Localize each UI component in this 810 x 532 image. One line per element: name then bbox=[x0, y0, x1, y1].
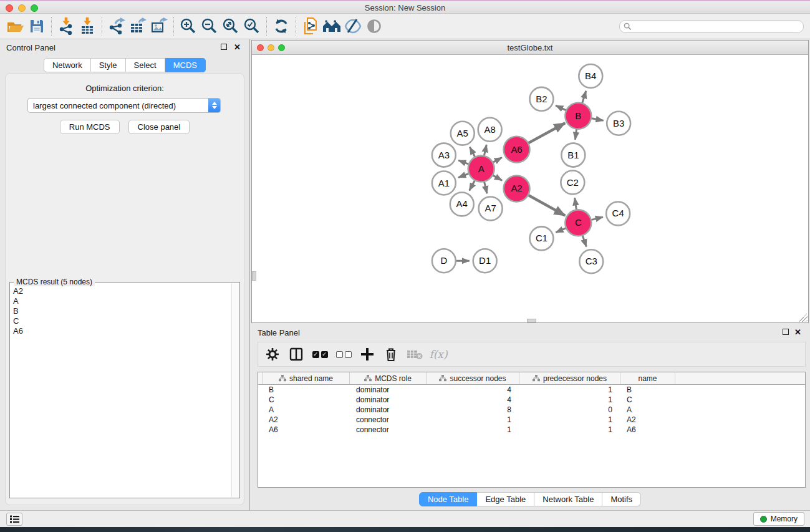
cell-predecessor-nodes[interactable]: 1 bbox=[519, 425, 620, 434]
eye-toggle-icon[interactable] bbox=[364, 16, 385, 36]
export-network-icon[interactable] bbox=[106, 16, 127, 36]
table-row[interactable]: Cdominator41C bbox=[258, 395, 805, 405]
table-row[interactable]: A2connector11A2 bbox=[258, 415, 805, 425]
tab-node-table[interactable]: Node Table bbox=[419, 492, 478, 506]
cell-name[interactable]: C bbox=[620, 395, 675, 404]
graph-node-C2[interactable]: C2 bbox=[561, 171, 584, 195]
column-header-successor-nodes[interactable]: successor nodes bbox=[427, 372, 519, 384]
cell-shared-name[interactable]: B bbox=[263, 385, 350, 394]
network-window-titlebar[interactable]: testGlobe.txt bbox=[252, 41, 808, 55]
cell-predecessor-nodes[interactable]: 0 bbox=[519, 405, 620, 414]
export-table-icon[interactable] bbox=[127, 16, 148, 36]
graph-node-A7[interactable]: A7 bbox=[479, 196, 503, 220]
mcds-result-item[interactable]: A2 bbox=[11, 286, 231, 296]
mcds-result-scrollbar[interactable] bbox=[231, 283, 239, 497]
zoom-out-icon[interactable] bbox=[199, 16, 220, 36]
deselect-all-icon[interactable] bbox=[334, 345, 353, 364]
task-history-button[interactable] bbox=[6, 513, 22, 526]
cell-MCDS-role[interactable]: dominator bbox=[350, 405, 427, 414]
tab-network[interactable]: Network bbox=[44, 58, 91, 72]
tab-network-table[interactable]: Network Table bbox=[534, 492, 602, 506]
run-mcds-button[interactable]: Run MCDS bbox=[60, 120, 120, 134]
save-session-icon[interactable] bbox=[26, 16, 47, 36]
network-graph[interactable]: AA1A2A3A4A5A6A7A8BB1B2B3B4CC1C2C3C4DD1 bbox=[252, 56, 808, 322]
export-image-icon[interactable] bbox=[148, 16, 170, 36]
graph-node-B3[interactable]: B3 bbox=[607, 112, 630, 135]
float-table-panel-icon[interactable] bbox=[783, 329, 789, 335]
float-panel-icon[interactable] bbox=[221, 44, 227, 50]
close-panel-button[interactable]: Close panel bbox=[128, 120, 190, 134]
cell-name[interactable]: A bbox=[620, 405, 675, 414]
graph-node-B2[interactable]: B2 bbox=[530, 87, 554, 111]
tab-select[interactable]: Select bbox=[126, 58, 165, 72]
graph-node-D[interactable]: D bbox=[432, 249, 456, 273]
cell-successor-nodes[interactable]: 1 bbox=[427, 425, 519, 434]
network-canvas[interactable]: AA1A2A3A4A5A6A7A8BB1B2B3B4CC1C2C3C4DD1 bbox=[252, 56, 808, 322]
canvas-vertical-scroll-thumb[interactable] bbox=[252, 271, 256, 281]
cell-MCDS-role[interactable]: connector bbox=[350, 415, 427, 424]
mcds-result-item[interactable]: B bbox=[11, 306, 231, 316]
tab-mcds[interactable]: MCDS bbox=[165, 58, 206, 72]
search-field[interactable] bbox=[619, 20, 804, 33]
tab-style[interactable]: Style bbox=[91, 58, 126, 72]
cell-name[interactable]: A2 bbox=[620, 415, 675, 424]
column-header-shared-name[interactable]: shared name bbox=[263, 372, 350, 384]
graph-node-B4[interactable]: B4 bbox=[579, 64, 602, 88]
graph-node-A4[interactable]: A4 bbox=[450, 192, 474, 216]
graph-node-B1[interactable]: B1 bbox=[561, 143, 585, 167]
column-header-MCDS-role[interactable]: MCDS role bbox=[350, 372, 427, 384]
cell-MCDS-role[interactable]: dominator bbox=[350, 395, 427, 404]
open-file-icon[interactable] bbox=[5, 16, 26, 36]
mcds-result-item[interactable]: C bbox=[11, 316, 231, 326]
cell-successor-nodes[interactable]: 8 bbox=[427, 405, 519, 414]
zoom-selected-icon[interactable] bbox=[241, 16, 263, 36]
column-header-predecessor-nodes[interactable]: predecessor nodes bbox=[519, 372, 620, 384]
tab-edge-table[interactable]: Edge Table bbox=[477, 492, 534, 506]
graph-node-C[interactable]: C bbox=[565, 210, 591, 236]
cell-name[interactable]: B bbox=[620, 385, 675, 394]
close-panel-icon[interactable]: ✕ bbox=[234, 42, 241, 52]
cell-MCDS-role[interactable]: dominator bbox=[350, 385, 427, 394]
zoom-in-icon[interactable] bbox=[178, 16, 199, 36]
optimization-criterion-dropdown[interactable]: largest connected component (directed) bbox=[27, 98, 221, 113]
graph-node-A3[interactable]: A3 bbox=[432, 143, 456, 167]
mcds-result-list[interactable]: A2ABCA6 bbox=[11, 284, 231, 496]
home-networks-icon[interactable] bbox=[321, 16, 342, 36]
delete-column-trash-icon[interactable] bbox=[382, 345, 400, 364]
graph-node-A1[interactable]: A1 bbox=[432, 172, 456, 195]
graph-node-A5[interactable]: A5 bbox=[451, 122, 475, 145]
table-settings-gear-icon[interactable] bbox=[263, 345, 282, 364]
duplicate-network-icon[interactable] bbox=[300, 16, 321, 36]
tab-motifs[interactable]: Motifs bbox=[602, 492, 641, 506]
column-header-name[interactable]: name bbox=[620, 372, 675, 384]
show-columns-icon[interactable] bbox=[287, 345, 306, 364]
select-all-icon[interactable]: ✓✓ bbox=[311, 345, 329, 364]
cell-successor-nodes[interactable]: 1 bbox=[427, 415, 519, 424]
cell-predecessor-nodes[interactable]: 1 bbox=[519, 385, 620, 394]
cell-shared-name[interactable]: C bbox=[263, 395, 350, 404]
close-table-panel-icon[interactable]: ✕ bbox=[794, 327, 801, 337]
cell-predecessor-nodes[interactable]: 1 bbox=[519, 415, 620, 424]
canvas-horizontal-scroll-thumb[interactable] bbox=[527, 319, 536, 322]
cell-successor-nodes[interactable]: 4 bbox=[427, 385, 519, 394]
cell-MCDS-role[interactable]: connector bbox=[350, 425, 427, 434]
graph-node-C3[interactable]: C3 bbox=[579, 249, 603, 273]
cell-successor-nodes[interactable]: 4 bbox=[427, 395, 519, 404]
import-table-icon[interactable] bbox=[77, 16, 98, 36]
memory-button[interactable]: Memory bbox=[753, 512, 804, 526]
graph-node-A8[interactable]: A8 bbox=[478, 118, 502, 142]
refresh-layout-icon[interactable] bbox=[271, 16, 292, 36]
import-network-icon[interactable] bbox=[55, 16, 77, 36]
hide-graphics-details-icon[interactable] bbox=[342, 16, 364, 36]
add-column-plus-icon[interactable] bbox=[358, 345, 377, 364]
cell-shared-name[interactable]: A6 bbox=[263, 425, 350, 434]
graph-node-A6[interactable]: A6 bbox=[504, 137, 530, 163]
cell-shared-name[interactable]: A bbox=[263, 405, 350, 414]
zoom-fit-icon[interactable] bbox=[220, 16, 241, 36]
graph-node-C4[interactable]: C4 bbox=[606, 201, 630, 225]
cell-shared-name[interactable]: A2 bbox=[263, 415, 350, 424]
graph-node-C1[interactable]: C1 bbox=[530, 226, 554, 250]
graph-node-A[interactable]: A bbox=[468, 156, 494, 182]
graph-node-B[interactable]: B bbox=[565, 103, 591, 129]
graph-node-A2[interactable]: A2 bbox=[504, 176, 530, 202]
